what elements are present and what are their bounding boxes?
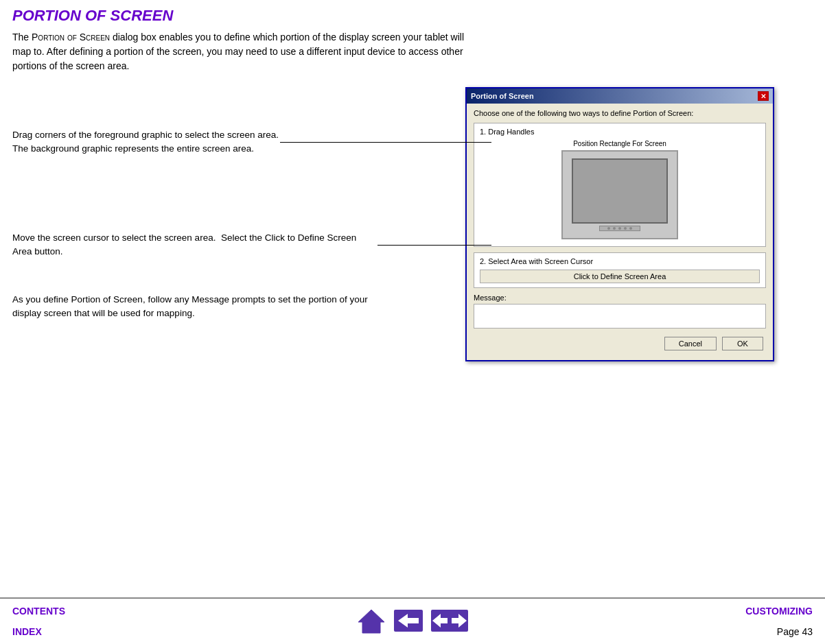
- select-area-section: 2. Select Area with Screen Cursor Click …: [474, 252, 766, 288]
- annotation-3: As you define Portion of Screen, follow …: [12, 293, 479, 321]
- drag-handles-section: 1. Drag Handles Position Rectangle For S…: [474, 123, 766, 247]
- monitor-stand: [599, 226, 640, 231]
- left-column: Drag corners of the foreground graphic t…: [12, 87, 465, 389]
- bottom-bar: CONTENTS CUSTOMIZING INDEX Page 43: [0, 597, 825, 644]
- intro-paragraph: The Portion of Screen dialog box enables…: [12, 30, 479, 73]
- drag-handles-label: 1. Drag Handles: [480, 128, 760, 136]
- monitor-graphic: [561, 150, 678, 239]
- annotation-3-text: As you define Portion of Screen, follow …: [12, 293, 376, 321]
- contents-link[interactable]: CONTENTS: [12, 606, 65, 617]
- customizing-link[interactable]: CUSTOMIZING: [745, 606, 813, 617]
- annotation-1-text: Drag corners of the foreground graphic t…: [12, 128, 279, 156]
- bottom-row2: INDEX Page 43: [0, 622, 825, 644]
- home-icon[interactable]: [357, 607, 386, 634]
- cancel-button[interactable]: Cancel: [664, 337, 717, 350]
- page-title: PORTION OF SCREEN: [12, 7, 813, 25]
- dialog-body: Choose one of the following two ways to …: [467, 104, 773, 360]
- dialog-titlebar: Portion of Screen ✕: [467, 88, 773, 104]
- dialog-subtitle: Choose one of the following two ways to …: [474, 109, 766, 117]
- index-link[interactable]: INDEX: [12, 626, 42, 637]
- select-area-label: 2. Select Area with Screen Cursor: [480, 257, 760, 265]
- dialog-close-button[interactable]: ✕: [758, 91, 769, 101]
- annotation-2: Move the screen cursor to select the scr…: [12, 231, 493, 259]
- svg-rect-1: [367, 625, 375, 633]
- right-column: Portion of Screen ✕ Choose one of the fo…: [465, 87, 813, 389]
- annotation-2-text: Move the screen cursor to select the scr…: [12, 231, 376, 259]
- message-label: Message:: [474, 294, 766, 302]
- prev-next-icon[interactable]: [431, 610, 468, 632]
- back-arrow-icon[interactable]: [394, 610, 423, 632]
- dialog-window: Portion of Screen ✕ Choose one of the fo…: [465, 87, 774, 361]
- dialog-title: Portion of Screen: [471, 92, 534, 100]
- message-field: [474, 304, 766, 329]
- annotation-1: Drag corners of the foreground graphic t…: [12, 128, 493, 156]
- define-screen-area-button[interactable]: Click to Define Screen Area: [480, 270, 760, 283]
- monitor-screen: [572, 158, 668, 224]
- ok-button[interactable]: OK: [722, 337, 763, 350]
- annotation-2-line: [377, 245, 491, 246]
- dialog-footer: Cancel OK: [474, 334, 766, 355]
- page-number: Page 43: [777, 626, 813, 637]
- position-rect-label: Position Rectangle For Screen: [480, 140, 760, 147]
- annotation-1-line: [280, 142, 491, 143]
